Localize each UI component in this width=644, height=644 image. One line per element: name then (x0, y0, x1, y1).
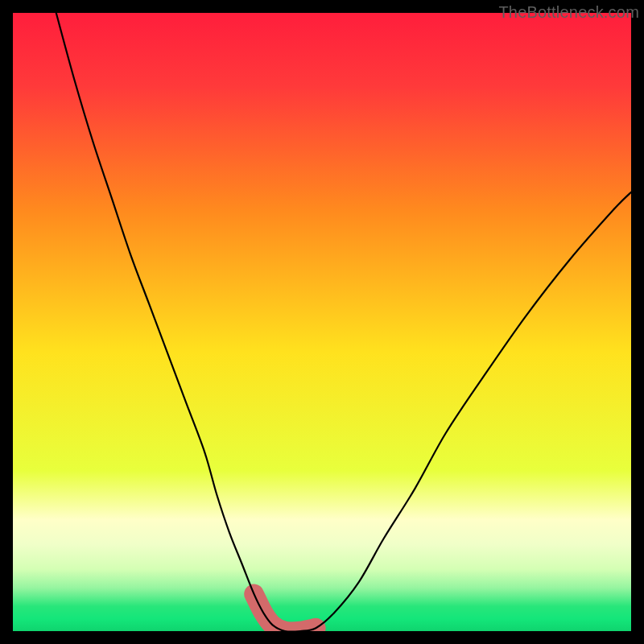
bottleneck-curve (56, 13, 631, 631)
chart-stage: TheBottleneck.com (0, 0, 644, 644)
watermark-text: TheBottleneck.com (498, 3, 639, 22)
curve-layer (13, 13, 631, 631)
plot-area (13, 13, 631, 631)
